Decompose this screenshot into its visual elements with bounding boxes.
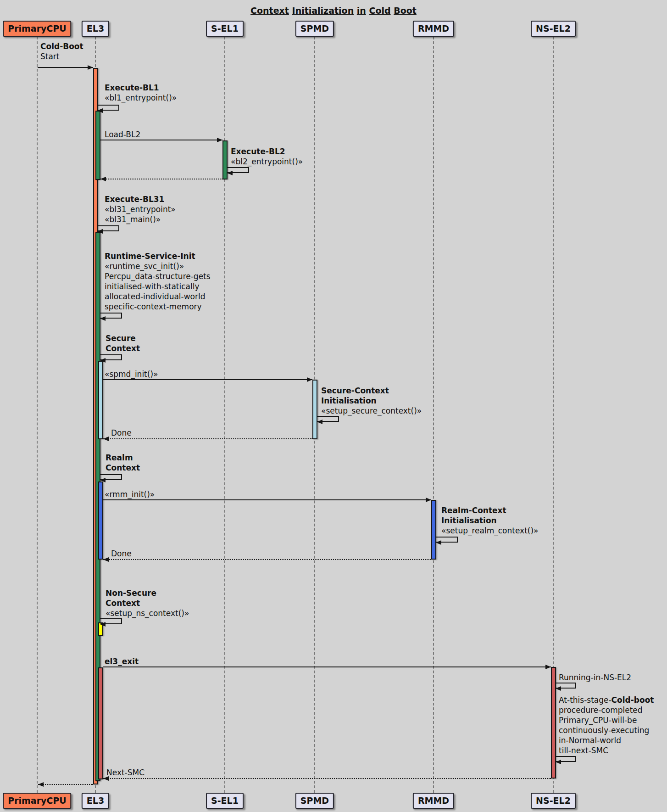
arrowhead-execute-bl2 (227, 171, 233, 175)
cold-boot-complete-line1: At-this-stage-Cold-boot (559, 695, 654, 705)
secure-context-init-stereotype: «setup_secure_context()» (321, 406, 422, 416)
message-label-execute-bl1: Execute-BL1 «bl1_entrypoint()» (105, 83, 177, 103)
non-secure-context-title1: Non-Secure (106, 588, 189, 598)
runtime-service-init-line1: Percpu_data-structure-gets (105, 271, 211, 281)
arrowhead-execute-bl31 (97, 229, 103, 234)
arrowhead-non-secure-context (100, 622, 106, 627)
realm-context-init-title1: Realm-Context (441, 505, 538, 515)
self-message-realm-context-init (436, 537, 458, 543)
arrowhead-cold-boot-complete (556, 760, 561, 764)
participant-rmmd-bottom: RMMD (413, 793, 454, 809)
arrow-spmd-done (103, 438, 312, 439)
cold-boot-complete-line6: till-next-SMC (559, 745, 654, 756)
activation-el3-exit (98, 667, 103, 779)
self-message-execute-bl2 (228, 167, 249, 173)
title-word: Cold (369, 6, 390, 16)
self-message-secure-context (100, 354, 122, 360)
message-label-execute-bl2: Execute-BL2 «bl2_entrypoint()» (231, 146, 303, 167)
activation-el3-realm-context (98, 482, 103, 560)
realm-context-title2: Context (106, 463, 140, 473)
execute-bl2-stereotype: «bl2_entrypoint()» (231, 157, 303, 167)
arrow-load-bl2 (100, 140, 222, 140)
lifeline-primarycpu (37, 37, 38, 793)
arrow-rmm-init (103, 499, 431, 500)
execute-bl31-title: Execute-BL31 (105, 194, 176, 204)
message-label-secure-context: Secure Context (106, 333, 140, 353)
cold-boot-title: Cold-Boot (40, 41, 83, 51)
cold-boot-complete-line2: procedure-completed (559, 705, 654, 715)
participant-el3-top: EL3 (82, 21, 109, 37)
participant-spmd-bottom: SPMD (295, 793, 334, 809)
arrowhead-execute-bl1 (97, 108, 103, 113)
participant-ns-el2-bottom: NS-EL2 (531, 793, 576, 809)
message-label-spmd-done: Done (111, 428, 132, 438)
arrow-el3-exit (103, 666, 551, 667)
participant-el3-bottom: EL3 (82, 793, 109, 809)
message-label-non-secure-context: Non-Secure Context «setup_ns_context()» (106, 588, 189, 618)
non-secure-context-title2: Context (106, 598, 189, 608)
participant-ns-el2-top: NS-EL2 (531, 21, 576, 37)
title-word: Boot (394, 6, 417, 16)
cold-boot-complete-line3: Primary_CPU-will-be (559, 715, 654, 725)
activation-rmmd (431, 500, 436, 560)
sequence-diagram: Context Initialization in Cold Boot Prim… (0, 0, 667, 812)
activation-el3-secure-context (98, 361, 103, 439)
runtime-service-init-stereotype: «runtime_svc_init()» (105, 261, 211, 271)
title-word: Context (250, 6, 289, 16)
message-label-secure-context-init: Secure-Context Initialisation «setup_sec… (321, 386, 422, 416)
cold-boot-complete-line4: continuously-executing (559, 725, 654, 735)
realm-context-init-stereotype: «setup_realm_context()» (441, 526, 538, 536)
self-message-realm-context (100, 474, 122, 480)
message-label-realm-context: Realm Context (106, 453, 140, 473)
arrowhead-secure-context (100, 358, 106, 363)
message-label-load-bl2: Load-BL2 (105, 129, 140, 140)
message-label-cold-boot: Cold-Boot Start (40, 41, 83, 62)
execute-bl1-title: Execute-BL1 (105, 83, 177, 93)
arrow-rmmd-done (103, 559, 431, 560)
cold-boot-complete-line1-prefix: At-this-stage- (559, 695, 611, 705)
arrowhead-final-return (38, 782, 44, 787)
self-message-non-secure-context (100, 618, 122, 624)
execute-bl31-stereotype2: «bl31_main()» (105, 214, 176, 224)
cold-boot-complete-line1-bold: Cold-boot (611, 695, 654, 705)
arrowhead-load-bl2 (217, 138, 222, 142)
message-label-el3-exit: el3_exit (105, 656, 139, 666)
self-message-execute-bl1 (98, 105, 119, 111)
message-label-running-in-ns-el2: Running-in-NS-EL2 (559, 672, 631, 683)
arrowhead-spmd-init (307, 377, 312, 382)
participant-primarycpu-top: PrimaryCPU (3, 21, 71, 37)
message-label-spmd-init: «spmd_init()» (105, 369, 158, 379)
arrowhead-realm-context (100, 478, 106, 482)
runtime-service-init-line3: allocated-individual-world (105, 291, 211, 302)
activation-el3-bl1 (95, 111, 100, 180)
arrow-next-smc (103, 778, 551, 779)
arrowhead-realm-context-init (436, 540, 441, 545)
runtime-service-init-line2: initialised-with-statically (105, 281, 211, 291)
title-word: Initialization (292, 6, 354, 16)
runtime-service-init-line4: specific-context-memory (105, 302, 211, 312)
self-message-runtime-service-init (100, 313, 122, 319)
execute-bl1-stereotype: «bl1_entrypoint()» (105, 93, 177, 103)
arrowhead-rmm-init (426, 498, 431, 502)
message-label-rmm-init: «rmm_init()» (105, 489, 155, 499)
message-label-execute-bl31: Execute-BL31 «bl31_entrypoint» «bl31_mai… (105, 194, 176, 224)
arrowhead-return-bl2 (100, 177, 106, 181)
arrowhead-secure-context-init (317, 420, 322, 424)
message-label-runtime-service-init: Runtime-Service-Init «runtime_svc_init()… (105, 251, 211, 312)
message-label-next-smc: Next-SMC (106, 767, 145, 778)
self-message-execute-bl31 (98, 225, 119, 231)
message-label-realm-context-init: Realm-Context Initialisation «setup_real… (441, 505, 538, 536)
activation-spmd (312, 380, 317, 439)
cold-boot-complete-line5: in-Normal-world (559, 735, 654, 745)
execute-bl31-stereotype1: «bl31_entrypoint» (105, 204, 176, 214)
cold-boot-subtitle: Start (40, 51, 83, 62)
secure-context-title2: Context (106, 343, 140, 353)
message-label-cold-boot-complete: At-this-stage-Cold-boot procedure-comple… (559, 695, 654, 756)
arrow-spmd-init (103, 379, 312, 380)
secure-context-init-title2: Initialisation (321, 396, 422, 406)
participant-s-el1-bottom: S-EL1 (206, 793, 244, 809)
arrowhead-rmmd-done (103, 557, 109, 562)
non-secure-context-stereotype: «setup_ns_context()» (106, 608, 189, 618)
participant-rmmd-top: RMMD (413, 21, 454, 37)
arrowhead-cold-boot (88, 65, 93, 70)
